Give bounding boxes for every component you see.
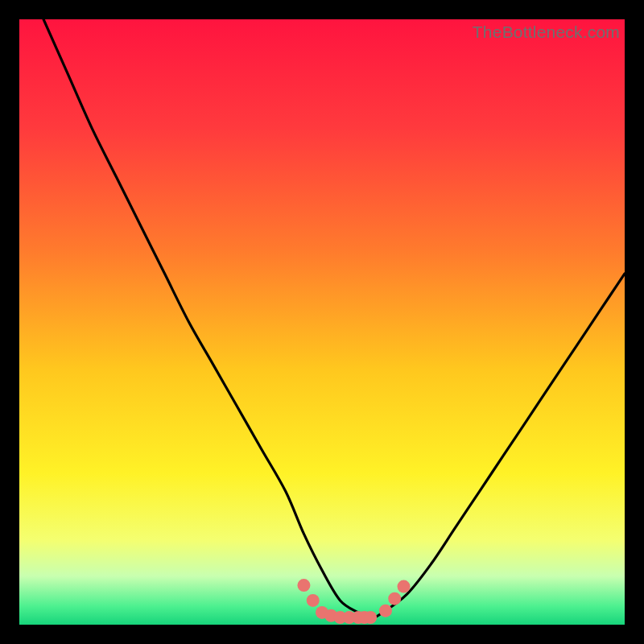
watermark-text: TheBottleneck.com [473, 23, 620, 42]
chart-frame: TheBottleneck.com [0, 0, 644, 644]
chart-plot-area: TheBottleneck.com [19, 19, 625, 625]
trough-marker [297, 579, 310, 592]
bottleneck-curve [19, 19, 625, 625]
trough-marker [364, 611, 377, 624]
trough-marker [307, 594, 320, 607]
trough-marker [398, 580, 411, 593]
trough-marker [379, 605, 392, 617]
trough-marker [388, 592, 401, 605]
